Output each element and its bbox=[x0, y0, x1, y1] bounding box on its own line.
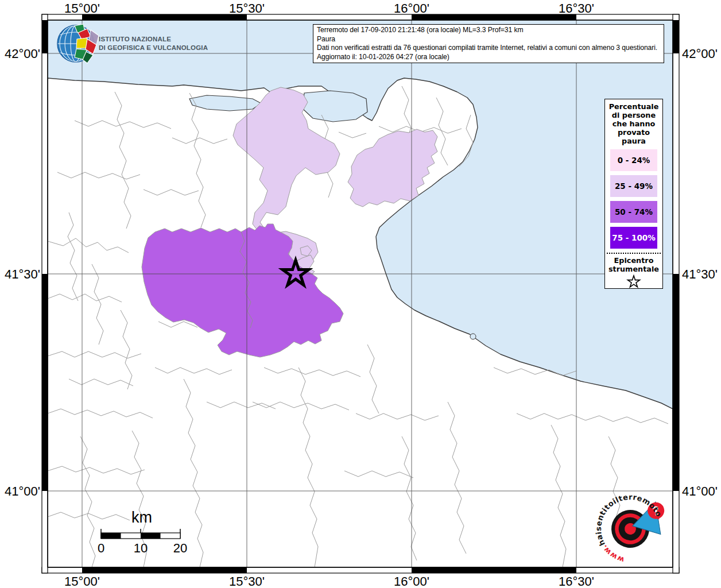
legend-class-50-74: 50 - 74% bbox=[610, 201, 657, 223]
lat-label-right-4130: 41°30' bbox=[682, 267, 721, 282]
lon-label-top-1530: 15°30' bbox=[215, 1, 278, 16]
varano-lagoon bbox=[303, 91, 367, 122]
lat-label-right-4200: 42°00' bbox=[682, 47, 721, 61]
scale-tick-10: 10 bbox=[128, 541, 153, 556]
legend-title-line: Percentuale bbox=[605, 102, 662, 111]
legend-class-label: 0 - 24% bbox=[618, 156, 650, 165]
scale-tick-20: 20 bbox=[168, 541, 193, 556]
event-effect: Paura bbox=[317, 35, 660, 44]
ingv-wordmark: ISTITUTO NAZIONALE DI GEOFISICA E VULCAN… bbox=[99, 35, 208, 52]
legend-class-label: 75 - 100% bbox=[612, 233, 656, 242]
legend-class-label: 25 - 49% bbox=[615, 181, 653, 191]
event-summary: Terremoto del 17-09-2010 21:21:48 (ora l… bbox=[317, 26, 660, 35]
ingv-line-1: ISTITUTO NAZIONALE bbox=[99, 35, 208, 44]
legend-class-25-49: 25 - 49% bbox=[610, 175, 657, 197]
scale-unit-label: km bbox=[125, 509, 159, 527]
legend: Percentuale di persone che hanno provato… bbox=[604, 99, 663, 289]
lon-label-top-1630: 16°30' bbox=[545, 1, 608, 16]
legend-star-icon bbox=[605, 274, 662, 292]
legend-epicenter-label: Epicentro bbox=[605, 256, 662, 265]
lon-label-bottom-1500: 15°00' bbox=[51, 574, 114, 588]
legend-title-line: che hanno bbox=[605, 119, 662, 128]
lon-label-bottom-1530: 15°30' bbox=[215, 574, 278, 588]
lon-label-bottom-1630: 16°30' bbox=[545, 574, 608, 588]
lat-label-left-4100: 41°00' bbox=[0, 484, 40, 499]
lat-label-right-4100: 41°00' bbox=[682, 484, 721, 499]
legend-title-line: di persone bbox=[605, 111, 662, 119]
event-info-box: Terremoto del 17-09-2010 21:21:48 (ora l… bbox=[313, 24, 664, 63]
ingv-line-2: DI GEOFISICA E VULCANOLOGIA bbox=[99, 44, 208, 52]
lat-label-left-4130: 41°30' bbox=[0, 267, 40, 282]
lat-label-left-4200: 42°00' bbox=[0, 47, 40, 61]
legend-title-line: provato bbox=[605, 128, 662, 137]
legend-divider bbox=[607, 253, 661, 254]
coastal-pond bbox=[470, 334, 476, 339]
legend-class-0-24: 0 - 24% bbox=[610, 149, 657, 171]
felt-map-page: ? www.haisentitoilterremoto.it 15°00' 15… bbox=[0, 0, 721, 588]
lon-label-top-1500: 15°00' bbox=[51, 1, 114, 16]
lon-label-top-1600: 16°00' bbox=[380, 1, 443, 16]
map-canvas: ? www.haisentitoilterremoto.it bbox=[0, 0, 721, 588]
event-updated-at: Aggiornato il: 10-01-2026 04:27 (ora loc… bbox=[317, 53, 660, 62]
legend-class-label: 50 - 74% bbox=[615, 207, 653, 216]
lon-label-bottom-1600: 16°00' bbox=[380, 574, 443, 588]
scale-tick-0: 0 bbox=[88, 541, 114, 556]
legend-title-line: paura bbox=[605, 137, 662, 145]
event-disclaimer: Dati non verificati estratti da 76 quest… bbox=[317, 44, 660, 53]
legend-class-75-100: 75 - 100% bbox=[610, 227, 657, 249]
legend-epicenter-label: strumentale bbox=[605, 265, 662, 273]
